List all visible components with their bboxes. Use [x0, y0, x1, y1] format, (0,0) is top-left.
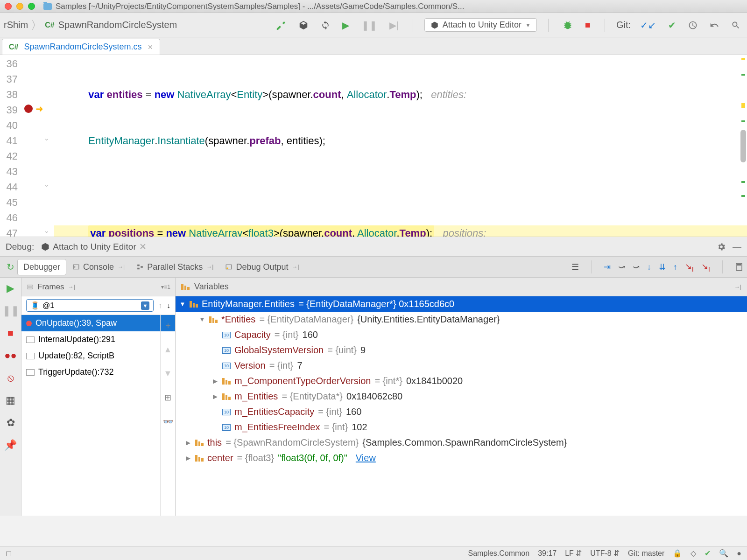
glasses-icon[interactable]: 👓: [163, 417, 173, 427]
var-row[interactable]: 10 m_EntitiesCapacity = {int} 160: [176, 404, 747, 420]
code-area[interactable]: var entities = new NativeArray<Entity>(s…: [54, 55, 747, 237]
up-icon[interactable]: ▲: [164, 345, 172, 355]
close-session-icon[interactable]: ✕: [139, 241, 147, 252]
frame-row[interactable]: InternalUpdate():291: [21, 331, 175, 348]
maximize-window-button[interactable]: [28, 3, 35, 10]
undo-icon[interactable]: [707, 19, 722, 32]
refresh-icon[interactable]: [318, 19, 333, 32]
scrollbar-thumb[interactable]: [740, 130, 746, 162]
resume-icon[interactable]: ▶: [7, 282, 14, 294]
list-icon[interactable]: ☰: [571, 262, 579, 272]
close-tab-icon[interactable]: ✕: [148, 43, 153, 51]
show-exec-icon[interactable]: ⇥: [604, 262, 611, 272]
unity-icon[interactable]: [296, 18, 311, 32]
debug-session-name[interactable]: Attach to Unity Editor: [53, 242, 136, 252]
var-row[interactable]: ▶ m_Entities = {EntityData*} 0x184062c80: [176, 389, 747, 404]
var-row[interactable]: ▶ m_ComponentTypeOrderVersion = {int*} 0…: [176, 373, 747, 389]
run-config-dropdown[interactable]: Attach to Unity Editor ▼: [424, 18, 537, 32]
pause-icon[interactable]: ❚❚: [359, 18, 380, 33]
var-row[interactable]: 10 Capacity = {int} 160: [176, 327, 747, 343]
csharp-icon: C#: [45, 21, 54, 29]
layout-icon[interactable]: ▦: [6, 394, 15, 406]
inspect-icon[interactable]: ◇: [691, 549, 696, 558]
run-to-cursor-icon[interactable]: ↘I: [685, 261, 694, 273]
var-row[interactable]: 10 Version = {int} 7: [176, 358, 747, 373]
debug-bug-icon[interactable]: [560, 18, 576, 32]
main-toolbar: rShim 〉 C# SpawnRandomCircleSystem ▶ ❚❚ …: [0, 13, 747, 37]
struct-icon: [181, 284, 190, 290]
svg-rect-2: [137, 268, 140, 270]
status-encoding[interactable]: UTF-8 ⇵: [590, 549, 620, 558]
calculator-icon[interactable]: [735, 263, 743, 271]
step-out-icon[interactable]: ↑: [673, 262, 677, 272]
new-watch-icon[interactable]: ⊞: [164, 392, 171, 403]
run-icon[interactable]: ▶: [339, 18, 352, 33]
var-row[interactable]: ▼ EntityManager.Entities = {EntityDataMa…: [176, 296, 747, 312]
status-dot-icon[interactable]: ●: [737, 549, 741, 558]
lock-icon[interactable]: 🔒: [673, 549, 682, 558]
force-step-into-icon[interactable]: ⇊: [659, 262, 666, 272]
tab-parallel-stacks[interactable]: Parallel Stacks→|: [130, 259, 219, 275]
minimize-panel-icon[interactable]: —: [733, 242, 741, 252]
search-status-icon[interactable]: 🔍: [719, 549, 728, 558]
breadcrumb[interactable]: rShim 〉 C# SpawnRandomCircleSystem: [4, 18, 177, 33]
var-row[interactable]: ▼ *Entities = {EntityDataManager} {Unity…: [176, 312, 747, 327]
prev-frame-icon[interactable]: ↑: [158, 301, 162, 310]
svg-rect-3: [141, 266, 143, 268]
next-frame-icon[interactable]: ↓: [167, 301, 170, 310]
debug-side-toolbar: ▶ ❚❚ ■ ●● ⦸ ▦ ✿ 📌: [0, 278, 21, 516]
svg-rect-10: [28, 288, 33, 289]
view-breakpoints-icon[interactable]: ●●: [4, 350, 17, 362]
status-lf[interactable]: LF ⇵: [565, 549, 582, 558]
mute-breakpoints-icon[interactable]: ⦸: [7, 372, 14, 384]
hammer-build-icon[interactable]: [273, 18, 289, 32]
search-icon[interactable]: [728, 19, 743, 32]
frame-row[interactable]: Update():82, ScriptB: [21, 348, 175, 364]
breakpoint-icon[interactable]: [24, 105, 33, 113]
skip-icon[interactable]: ▶|: [387, 18, 402, 33]
status-branch[interactable]: Git: master: [628, 549, 664, 558]
view-link[interactable]: View: [356, 453, 376, 463]
fold-handle-icon[interactable]: ⌄: [44, 181, 49, 188]
minimize-window-button[interactable]: [16, 3, 23, 10]
variables-tree[interactable]: ▼ EntityManager.Entities = {EntityDataMa…: [176, 296, 747, 516]
tab-console[interactable]: Console→|: [66, 259, 130, 275]
fold-handle-icon[interactable]: ⌄: [44, 227, 49, 234]
step-into-icon[interactable]: ↓: [647, 262, 651, 272]
gear-icon[interactable]: [717, 242, 726, 252]
pause-program-icon[interactable]: ❚❚: [2, 305, 19, 317]
close-window-button[interactable]: [5, 3, 12, 10]
step-over-icon[interactable]: ⤻: [618, 262, 625, 272]
force-step-over-icon[interactable]: ⤻: [633, 262, 640, 272]
stop-program-icon[interactable]: ■: [7, 327, 14, 339]
tab-debug-output[interactable]: Debug Output→|: [219, 259, 304, 275]
status-project[interactable]: Samples.Common: [468, 549, 530, 558]
frame-row[interactable]: OnUpdate():39, Spaw: [21, 315, 175, 331]
git-pull-icon[interactable]: ✓↙: [637, 18, 659, 33]
fold-handle-icon[interactable]: ⌄: [44, 134, 49, 142]
add-icon[interactable]: ＋: [164, 320, 172, 331]
var-row[interactable]: 10 GlobalSystemVersion = {uint} 9: [176, 343, 747, 358]
frame-row[interactable]: TriggerUpdate():732: [21, 364, 175, 380]
tab-debugger[interactable]: Debugger: [17, 259, 66, 275]
tab-file[interactable]: C# SpawnRandomCircleSystem.cs ✕: [2, 39, 160, 55]
down-icon[interactable]: ▼: [164, 369, 172, 378]
pin-icon[interactable]: 📌: [4, 439, 17, 451]
check-icon[interactable]: ✔: [705, 549, 711, 558]
breadcrumb-file[interactable]: SpawnRandomCircleSystem: [58, 20, 177, 30]
settings-icon[interactable]: ✿: [7, 417, 15, 429]
breadcrumb-root[interactable]: rShim: [4, 20, 28, 30]
evaluate-icon[interactable]: ↘I: [701, 261, 710, 273]
var-row[interactable]: ▶ center = {float3} "float3(0f, 0f, 0f)"…: [176, 450, 747, 466]
thread-dropdown[interactable]: 🧵 @1 ▼: [26, 299, 154, 312]
git-commit-icon[interactable]: ✔: [665, 18, 679, 33]
rerun-icon[interactable]: ↻: [4, 259, 17, 275]
frames-list[interactable]: OnUpdate():39, Spaw InternalUpdate():291…: [21, 315, 175, 516]
status-position[interactable]: 39:17: [538, 549, 557, 558]
var-row[interactable]: ▶ this = {SpawnRandomCircleSystem} {Samp…: [176, 435, 747, 450]
history-icon[interactable]: [685, 19, 700, 32]
code-editor[interactable]: 36 37 38 39 40 41 42 43 44 45 46 47 ➜ ⌄ …: [0, 55, 747, 237]
var-row[interactable]: 10 m_EntitiesFreeIndex = {int} 102: [176, 420, 747, 435]
toolwindow-icon[interactable]: ◻: [6, 549, 12, 558]
stop-icon[interactable]: ■: [582, 18, 593, 32]
